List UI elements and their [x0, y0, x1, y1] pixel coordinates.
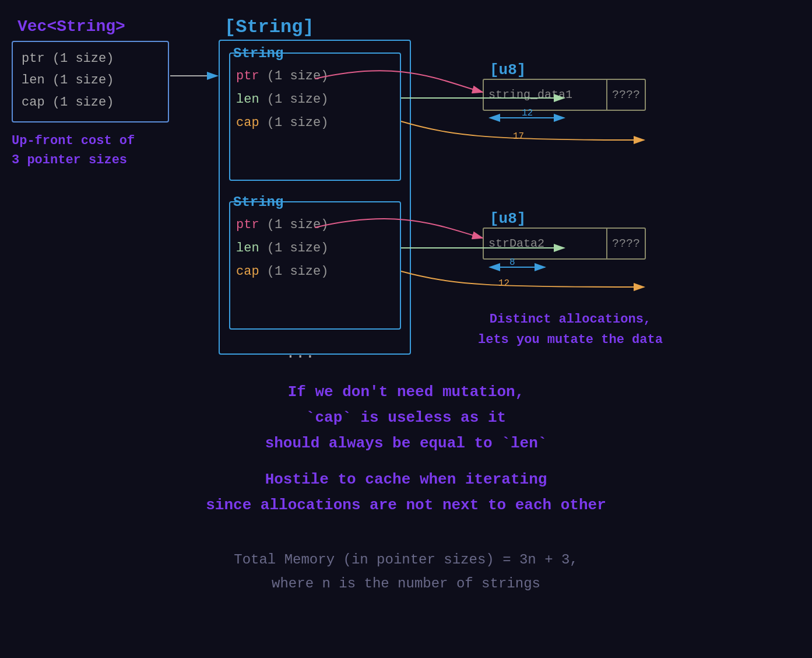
vec-cap-row: cap (1 size) [22, 92, 159, 113]
diagram-container: Vec<String> ptr (1 size) len (1 size) ca… [0, 0, 812, 658]
u8-data-1-text: string_data1 [484, 80, 606, 110]
u8-box-2: strData2 ???? [483, 228, 646, 260]
u8-data-2-text: strData2 [484, 229, 606, 258]
vec-string-label: Vec<String> [17, 18, 125, 36]
ellipsis-text: ... [286, 344, 315, 362]
total-memory-text: Total Memory (in pointer sizes) = 3n + 3… [0, 548, 812, 596]
u8-quest-1-text: ???? [606, 80, 645, 110]
string2-ptr-row: ptr (1 size) [236, 219, 328, 232]
string1-cap-row: cap (1 size) [236, 117, 328, 130]
vec-string-box: ptr (1 size) len (1 size) cap (1 size) [12, 41, 169, 123]
string2-len-row: len (1 size) [236, 242, 328, 255]
string2-cap-row: cap (1 size) [236, 265, 328, 278]
vec-len-row: len (1 size) [22, 69, 159, 91]
vec-ptr-row: ptr (1 size) [22, 48, 159, 69]
svg-text:17: 17 [513, 131, 524, 142]
svg-text:12: 12 [498, 278, 509, 289]
distinct-allocations-text: Distinct allocations, lets you mutate th… [478, 309, 663, 350]
up-front-cost-text: Up-front cost of 3 pointer sizes [12, 131, 135, 170]
string-array-label: [String] [224, 16, 314, 38]
string1-ptr-row: ptr (1 size) [236, 70, 328, 83]
mutation-text: If we don't need mutation, `cap` is usel… [0, 379, 812, 457]
cache-text: Hostile to cache when iterating since al… [0, 467, 812, 518]
string1-len-row: len (1 size) [236, 93, 328, 106]
u8-box-1: string_data1 ???? [483, 79, 646, 111]
u8-label-2: [u8] [490, 210, 526, 228]
u8-label-1: [u8] [490, 61, 526, 79]
u8-quest-2-text: ???? [606, 229, 645, 258]
